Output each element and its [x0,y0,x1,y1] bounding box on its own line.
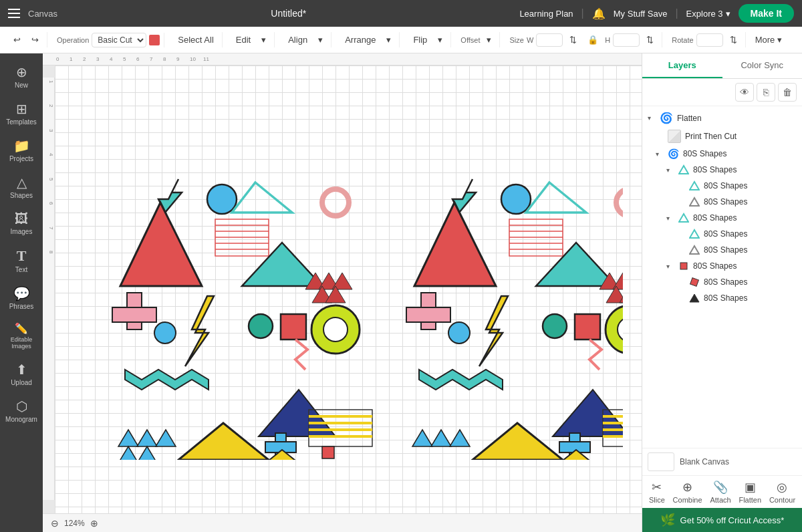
width-input[interactable] [536,33,563,47]
80s-shapes-4-icon [689,196,700,207]
contour-button[interactable]: ◎ Contour [769,480,795,504]
svg-marker-68 [450,430,470,446]
combine-button[interactable]: ⊕ Combine [673,480,702,504]
layer-80s-shapes-5[interactable]: ▾ 80S Shapes [642,210,802,226]
rotate-stepper-icon[interactable]: ⇅ [726,32,741,47]
my-stuff-save-btn[interactable]: My Stuff Save [614,9,668,19]
layer-80s-shapes-6[interactable]: 80S Shapes [642,226,802,242]
attach-button[interactable]: 📎 Attach [710,480,730,504]
tab-color-sync[interactable]: Color Sync [722,53,803,78]
sidebar-item-text[interactable]: T Text [3,242,40,279]
svg-rect-78 [680,263,687,269]
operation-select[interactable]: Basic Cut [92,33,146,47]
sidebar-item-projects-label: Projects [9,155,33,162]
flip-button[interactable]: Flip [409,32,431,47]
undo-button[interactable]: ↩ [9,32,25,47]
attach-icon: 📎 [713,480,728,495]
layer-80s-shapes-7[interactable]: 80S Shapes [642,242,802,258]
layer-80s-shapes-4[interactable]: 80S Shapes [642,194,802,210]
edit-group: Edit ▾ [228,32,275,47]
layer-80s-shapes-2[interactable]: ▾ 80S Shapes [642,162,802,178]
svg-rect-38 [322,446,334,458]
more-button[interactable]: More ▾ [751,32,786,47]
canvas-grid[interactable] [55,65,642,513]
flatten-button[interactable]: ▣ Flatten [739,480,761,504]
blank-canvas-label: Blank Canvas [680,457,729,467]
height-stepper-icon[interactable]: ⇅ [642,32,658,47]
slice-button[interactable]: ✂ Slice [649,480,665,504]
layer-80s-shapes-3[interactable]: 80S Shapes [642,178,802,194]
projects-icon: 📁 [13,138,30,154]
svg-rect-12 [112,307,156,322]
notification-bell-icon[interactable]: 🔔 [592,7,606,20]
document-title[interactable]: Untitled* [271,8,306,19]
80s-shapes-5-chevron-icon: ▾ [666,215,674,222]
svg-point-17 [154,322,176,344]
width-stepper-icon[interactable]: ⇅ [565,32,581,47]
offset-options-icon[interactable]: ▾ [483,32,495,47]
sidebar-item-upload[interactable]: ⬆ Upload [3,356,40,392]
arrange-options-icon[interactable]: ▾ [382,32,395,47]
sidebar-item-monogram[interactable]: ⬡ Monogram [3,393,40,428]
lock-icon[interactable]: 🔒 [583,32,602,47]
top-nav: Canvas Untitled* Learning Plan | 🔔 My St… [0,0,802,27]
sidebar-item-monogram-label: Monogram [5,416,37,423]
explore-dropdown[interactable]: Explore 3 ▾ [686,9,730,19]
80s-shapes-1-chevron-icon: ▾ [656,150,664,158]
svg-marker-57 [473,423,563,460]
tab-layers[interactable]: Layers [642,53,722,78]
svg-marker-77 [690,246,699,254]
sidebar-item-images[interactable]: 🖼 Images [3,206,40,241]
sidebar-item-phrases[interactable]: 💬 Phrases [3,280,40,315]
flatten-layer-icon: 🌀 [660,112,673,124]
make-it-button[interactable]: Make It [739,4,794,23]
edit-button[interactable]: Edit [232,32,255,47]
redo-button[interactable]: ↪ [27,32,43,47]
templates-icon: ⊞ [16,101,27,117]
promo-bar[interactable]: 🌿 Get 50% off Cricut Access* [642,508,802,532]
layer-print-then-cut[interactable]: Print Then Cut [642,127,802,146]
svg-marker-66 [412,430,432,446]
rotate-input[interactable] [696,33,723,47]
layer-flatten[interactable]: ▾ 🌀 Flatten [642,109,802,127]
svg-marker-28 [137,430,157,446]
edit-dropdown-icon[interactable]: ▾ [257,32,270,47]
sidebar-item-new[interactable]: ⊕ New [3,59,40,94]
learning-plan-link[interactable]: Learning Plan [519,9,573,19]
sidebar-item-projects[interactable]: 📁 Projects [3,132,40,168]
undo-redo-group: ↩ ↪ [5,32,47,47]
height-input[interactable] [613,33,640,47]
layer-80s-shapes-9[interactable]: 80S Shapes [642,274,802,290]
zoom-level: 124% [64,519,85,528]
sidebar-item-templates[interactable]: ⊞ Templates [3,96,40,131]
panel-duplicate-icon[interactable]: ⎘ [757,83,775,102]
blank-canvas-bar: Blank Canvas [642,448,802,475]
panel-delete-icon[interactable]: 🗑 [778,83,797,102]
zoom-in-icon[interactable]: ⊕ [90,518,98,529]
sidebar-item-shapes[interactable]: △ Shapes [3,169,40,205]
zoom-out-icon[interactable]: ⊖ [51,518,59,529]
panel-eye-icon[interactable]: 👁 [735,83,754,102]
svg-point-13 [249,314,273,338]
arrange-group: Arrange ▾ [337,32,400,47]
sidebar-item-editable-images[interactable]: ✏️ Editable Images [3,317,40,355]
rotate-label: Rotate [672,36,693,44]
layer-80s-shapes-8[interactable]: ▾ 80S Shapes [642,258,802,274]
arrange-button[interactable]: Arrange [341,32,380,47]
hamburger-menu[interactable] [8,9,20,18]
layers-list: ▾ 🌀 Flatten Print Then Cut ▾ 🌀 80S Shape… [642,106,802,448]
height-label: H [605,36,610,44]
layer-80s-shapes-1[interactable]: ▾ 🌀 80S Shapes [642,146,802,162]
align-options-icon[interactable]: ▾ [314,32,327,47]
svg-point-41 [616,189,623,216]
operation-color-btn[interactable] [149,35,160,45]
align-button[interactable]: Align [284,32,311,47]
slice-icon: ✂ [652,480,662,495]
select-all-button[interactable]: Select All [174,32,217,47]
flip-options-icon[interactable]: ▾ [434,32,446,47]
flatten-layer-label: Flatten [677,114,702,123]
80s-shapes-2-chevron-icon: ▾ [666,166,674,174]
size-group: Size W ⇅ 🔒 H ⇅ [505,32,662,47]
80s-shapes-8-icon [678,261,689,271]
layer-80s-shapes-10[interactable]: 80S Shapes [642,290,802,306]
